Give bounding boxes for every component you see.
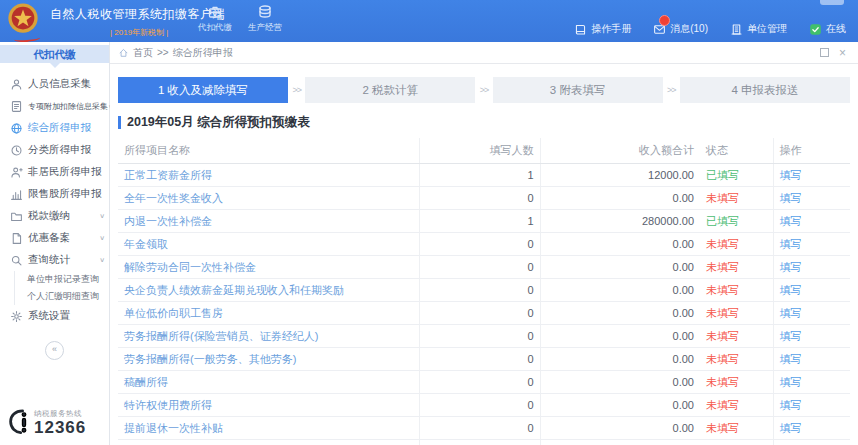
column-header: 填写人数: [419, 138, 540, 164]
fill-action-link[interactable]: 填写: [780, 284, 802, 296]
step-separator: >>: [292, 85, 301, 95]
amount-cell: 0.00: [540, 417, 700, 440]
gear-icon: [9, 310, 23, 323]
count-cell: 0: [419, 417, 540, 440]
fill-action-link[interactable]: 填写: [780, 422, 802, 434]
income-item-link[interactable]: 解除劳动合同一次性补偿金: [124, 261, 256, 273]
income-item-link[interactable]: 单位低价向职工售房: [124, 307, 223, 319]
table-row: 个人股权激励收入 0 0.00 未填写 填写: [118, 440, 850, 445]
header-link-manual[interactable]: 操作手册: [574, 22, 631, 36]
fill-action-link[interactable]: 填写: [780, 261, 802, 273]
income-item-link[interactable]: 年金领取: [124, 238, 168, 250]
step-3-attached-forms[interactable]: 3 附表填写: [493, 77, 663, 103]
income-item-link[interactable]: 正常工资薪金所得: [124, 169, 212, 181]
amount-cell: 0.00: [540, 348, 700, 371]
table-row: 年金领取 0 0.00 未填写 填写: [118, 233, 850, 256]
status-badge: 未填写: [706, 353, 739, 365]
sidebar-menu: 人员信息采集专项附加扣除信息采集∨综合所得申报分类所得申报非居民所得申报限售股所…: [0, 73, 109, 327]
restore-icon[interactable]: [820, 48, 829, 57]
sidebar-item-nonresident-income[interactable]: 非居民所得申报: [0, 161, 109, 183]
chevron-down-icon: ∨: [99, 212, 105, 219]
sidebar-submenu: 单位申报记录查询个人汇缴明细查询: [14, 271, 109, 305]
sidebar-item-label: 专项附加扣除信息采集: [28, 101, 108, 112]
person2-icon: [9, 166, 23, 179]
sidebar-item-classified-income[interactable]: 分类所得申报: [0, 139, 109, 161]
fill-action-link[interactable]: 填写: [780, 192, 802, 204]
globe-icon: [9, 122, 23, 135]
income-item-link[interactable]: 劳务报酬所得(保险营销员、证券经纪人): [124, 330, 318, 342]
step-1-income-and-deduction[interactable]: 1 收入及减除填写: [118, 77, 288, 103]
table-row: 提前退休一次性补贴 0 0.00 未填写 填写: [118, 417, 850, 440]
count-cell: 1: [419, 164, 540, 187]
income-item-link[interactable]: 提前退休一次性补贴: [124, 422, 223, 434]
sidebar-section-tab[interactable]: 代扣代缴: [0, 45, 109, 63]
header-tab-label: 代扣代缴: [198, 22, 232, 34]
count-cell: 0: [419, 394, 540, 417]
step-wizard: 1 收入及减除填写 >> 2 税款计算 >> 3 附表填写 >> 4 申报表报送: [118, 77, 850, 103]
sidebar-item-label: 分类所得申报: [28, 143, 91, 157]
sidebar-item-comprehensive-income[interactable]: 综合所得申报: [0, 117, 109, 139]
building-icon: [730, 23, 743, 36]
table-row: 特许权使用费所得 0 0.00 未填写 填写: [118, 394, 850, 417]
header-right-links: 操作手册消息(10)单位管理在线: [574, 22, 846, 36]
briefcase-icon: [207, 4, 223, 20]
sidebar-item-label: 人员信息采集: [28, 77, 91, 91]
sidebar-collapse-button[interactable]: «: [45, 341, 64, 360]
sidebar-item-tax-payment[interactable]: 税款缴纳∨: [0, 205, 109, 227]
fill-action-link[interactable]: 填写: [780, 353, 802, 365]
breadcrumb-separator: >>: [157, 47, 169, 58]
income-item-link[interactable]: 内退一次性补偿金: [124, 215, 212, 227]
count-cell: 1: [419, 210, 540, 233]
sidebar-item-personnel-info[interactable]: 人员信息采集: [0, 73, 109, 95]
header-tab-withholding[interactable]: 代扣代缴: [198, 4, 232, 34]
header-link-messages[interactable]: 消息(10): [653, 22, 708, 36]
chart-icon: [9, 188, 23, 201]
count-cell: 0: [419, 187, 540, 210]
amount-cell: 0.00: [540, 256, 700, 279]
header-link-online[interactable]: 在线: [809, 22, 846, 36]
fill-action-link[interactable]: 填写: [780, 307, 802, 319]
header-tab-production-operation[interactable]: 生产经营: [248, 4, 282, 34]
step-2-tax-calculation[interactable]: 2 税款计算: [305, 77, 475, 103]
fill-action-link[interactable]: 填写: [780, 215, 802, 227]
sidebar-item-preferential-filing[interactable]: 优惠备案∨: [0, 227, 109, 249]
chevron-down-icon: ∨: [99, 234, 105, 241]
breadcrumb-home[interactable]: 首页: [133, 46, 153, 60]
count-cell: 0: [419, 371, 540, 394]
fill-action-link[interactable]: 填写: [780, 399, 802, 411]
search-icon: [9, 254, 23, 267]
sidebar-item-query-statistics[interactable]: 查询统计∨: [0, 249, 109, 271]
header-tab-label: 生产经营: [248, 22, 282, 34]
sidebar-item-system-settings[interactable]: 系统设置: [0, 305, 109, 327]
income-item-link[interactable]: 全年一次性奖金收入: [124, 192, 223, 204]
section-title: 2019年05月 综合所得预扣预缴表: [118, 114, 850, 131]
sidebar-subitem-unit-declaration-record-query[interactable]: 单位申报记录查询: [15, 271, 109, 288]
sidebar-item-special-deduction-info[interactable]: 专项附加扣除信息采集∨: [0, 95, 109, 117]
chevron-down-icon: ∨: [99, 256, 105, 263]
status-badge: 未填写: [706, 422, 739, 434]
header-link-unit-management[interactable]: 单位管理: [730, 22, 787, 36]
close-icon[interactable]: ×: [839, 47, 846, 59]
income-item-link[interactable]: 特许权使用费所得: [124, 399, 212, 411]
hotline-label: 纳税服务热线: [34, 409, 86, 419]
book-icon: [574, 23, 587, 36]
sidebar-item-label: 限售股所得申报: [28, 187, 102, 201]
sidebar-subitem-personal-remittance-detail-query[interactable]: 个人汇缴明细查询: [15, 288, 109, 305]
app-window: 自然人税收管理系统扣缴客户端 | 2019年新税制 | 代扣代缴生产经营 操作手…: [0, 0, 858, 445]
sidebar-item-restricted-stock-income[interactable]: 限售股所得申报: [0, 183, 109, 205]
fill-action-link[interactable]: 填写: [780, 330, 802, 342]
folder-icon: [9, 210, 23, 223]
fill-action-link[interactable]: 填写: [780, 238, 802, 250]
table-row: 单位低价向职工售房 0 0.00 未填写 填写: [118, 302, 850, 325]
income-items-table: 所得项目名称填写人数收入额合计状态操作 正常工资薪金所得 1 12000.00 …: [118, 138, 850, 445]
fill-action-link[interactable]: 填写: [780, 169, 802, 181]
step-4-submit-declaration[interactable]: 4 申报表报送: [680, 77, 850, 103]
amount-cell: 0.00: [540, 394, 700, 417]
income-item-link[interactable]: 央企负责人绩效薪金延期兑现收入和任期奖励: [124, 284, 344, 296]
income-item-link[interactable]: 劳务报酬所得(一般劳务、其他劳务): [124, 353, 296, 365]
income-item-link[interactable]: 稿酬所得: [124, 376, 168, 388]
status-badge: 未填写: [706, 192, 739, 204]
fill-action-link[interactable]: 填写: [780, 376, 802, 388]
header-nav-tabs: 代扣代缴生产经营: [198, 4, 282, 34]
person-icon: [9, 78, 23, 91]
